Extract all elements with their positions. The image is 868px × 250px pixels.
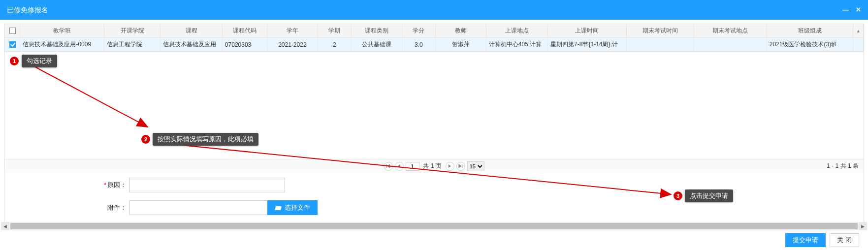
cell-term: 2 [318,38,351,52]
next-page-icon [448,164,451,168]
col-course[interactable]: 课程 [161,24,222,38]
col-exam-time[interactable]: 期末考试时间 [626,24,694,38]
pager-pagesize-select[interactable]: 15 [467,161,484,171]
cell-exam-place [694,38,767,52]
cell-code: 07020303 [222,38,267,52]
col-place[interactable]: 上课地点 [486,24,547,38]
pager-prev-button[interactable] [394,162,403,171]
folder-open-icon [275,205,282,211]
col-college[interactable]: 开课学院 [104,24,161,38]
cell-year: 2021-2022 [267,38,318,52]
main-panel: 教学班 开课学院 课程 课程代码 学年 学期 课程类别 学分 教师 上课地点 上… [4,24,864,229]
pager-first-button[interactable] [384,162,392,171]
close-icon[interactable]: ✕ [856,0,861,20]
cell-exam-time [626,38,694,52]
cell-course: 信息技术基础及应用 [161,38,222,52]
pager-last-button[interactable] [456,162,465,171]
hscroll-right-arrow[interactable]: ▶ [859,222,867,230]
col-class-group[interactable]: 班级组成 [767,24,853,38]
course-table: 教学班 开课学院 课程 课程代码 学年 学期 课程类别 学分 教师 上课地点 上… [4,24,864,52]
cell-class-group: 2021级医学检验技术(3)班 [767,38,853,52]
col-exam-place[interactable]: 期末考试地点 [694,24,767,38]
submit-application-button[interactable]: 提交申请 [785,233,826,247]
table-header-row: 教学班 开课学院 课程 课程代码 学年 学期 课程类别 学分 教师 上课地点 上… [4,24,864,38]
col-term[interactable]: 学期 [318,24,351,38]
form-area: *原因： 附件： 选择文件 [4,173,864,229]
row-checkbox[interactable] [9,41,16,48]
attachment-label: 附件： [4,203,129,212]
window-controls: — ✕ [842,0,861,20]
col-time[interactable]: 上课时间 [548,24,627,38]
col-teacher[interactable]: 教师 [436,24,486,38]
cell-credit: 3.0 [402,38,435,52]
pager-page-input[interactable] [405,162,419,171]
cell-category: 公共基础课 [352,38,402,52]
choose-file-button[interactable]: 选择文件 [267,200,318,215]
col-credit[interactable]: 学分 [402,24,435,38]
reason-label: *原因： [4,181,129,189]
pager-next-button[interactable] [446,162,454,171]
first-page-icon [386,164,390,168]
table-body-gap [4,52,864,159]
pager-total-pages: 共 1 页 [423,162,441,170]
col-code[interactable]: 课程代码 [222,24,267,38]
dialog-title: 已修免修报名 [7,0,48,20]
prev-page-icon [397,164,401,168]
col-category[interactable]: 课程类别 [352,24,402,38]
pager-summary: 1 - 1 共 1 条 [827,162,859,170]
hscroll-thumb[interactable] [10,223,858,229]
pager-bar: 共 1 页 15 1 - 1 共 1 条 [4,159,864,173]
minimize-icon[interactable]: — [842,0,849,20]
cell-time: 星期四第7-8节{1-14周};计 [548,38,627,52]
reason-input[interactable] [129,178,285,192]
horizontal-scrollbar[interactable]: ◀ ▶ [1,222,867,230]
cell-college: 信息工程学院 [104,38,161,52]
close-button[interactable]: 关 闭 [830,233,859,247]
select-all-checkbox[interactable] [9,28,16,34]
last-page-icon [458,164,463,168]
attachment-path-display [129,200,267,215]
table-vscroll-track[interactable] [853,38,864,52]
table-vscroll-up[interactable]: ▲ [853,24,864,38]
hscroll-left-arrow[interactable]: ◀ [1,222,9,230]
cell-teaching-class: 信息技术基础及应用-0009 [20,38,104,52]
dialog-title-bar: 已修免修报名 — ✕ [0,0,868,20]
cell-place: 计算机中心405;计算 [486,38,547,52]
table-row[interactable]: 信息技术基础及应用-0009 信息工程学院 信息技术基础及应用 07020303… [4,38,864,52]
cell-teacher: 贺淑萍 [436,38,486,52]
dialog-action-bar: 提交申请 关 闭 [0,230,868,250]
col-teaching-class[interactable]: 教学班 [20,24,104,38]
col-year[interactable]: 学年 [267,24,318,38]
